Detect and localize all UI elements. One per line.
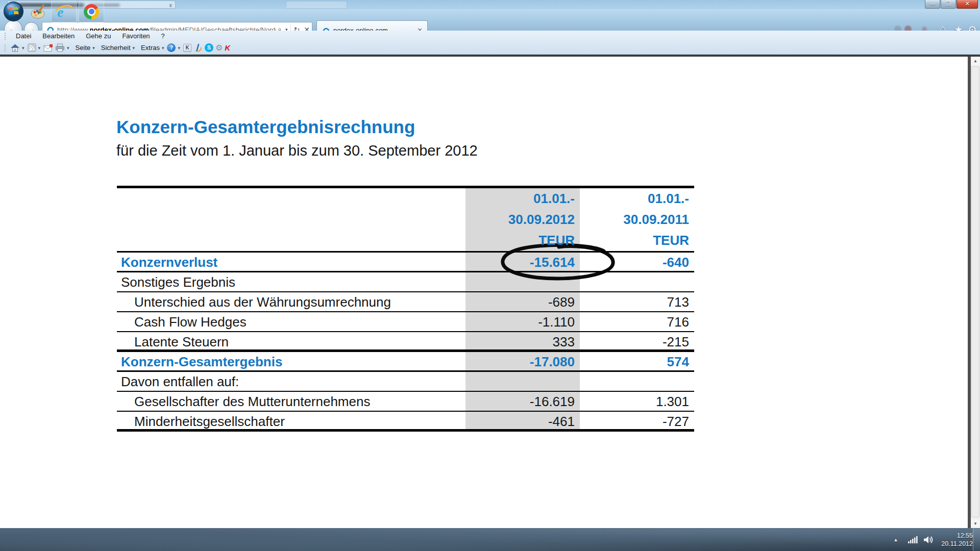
table-cell: 716 <box>580 312 694 331</box>
print-button[interactable]: ▾ <box>55 43 70 52</box>
window-maximize-button[interactable]: ❒ <box>941 0 956 9</box>
internet-explorer-taskbar-button[interactable]: e <box>51 1 77 22</box>
table-row: Konzernverlust-15.614-640 <box>117 253 694 272</box>
scrollbar-down-icon[interactable]: ▼ <box>971 519 980 528</box>
help-icon: ? <box>167 43 176 52</box>
menu-item-hilfe[interactable]: ? <box>156 32 170 40</box>
table-cell: Davon entfallen auf: <box>117 372 465 391</box>
chrome-taskbar-button[interactable] <box>79 1 104 22</box>
table-cell: -640 <box>580 253 694 271</box>
table-cell: Gesellschafter des Mutterunternehmens <box>117 392 465 411</box>
window-close-button[interactable]: ✕ <box>957 0 978 9</box>
table-cell: 574 <box>580 352 694 370</box>
scrollbar-up-icon[interactable]: ▲ <box>971 57 980 65</box>
table-row: Gesellschafter des Mutterunternehmens-16… <box>117 392 694 412</box>
table-cell: -17.080 <box>465 352 580 370</box>
browser-navigation-row: ← → http://www.nordex-online.com/fileadm… <box>0 9 980 31</box>
home-button[interactable]: ▾ <box>10 43 26 52</box>
table-cell <box>580 272 694 291</box>
show-desktop-button[interactable] <box>973 529 980 551</box>
table-row: Konzern-Gesamtergebnis-17.080574 <box>117 352 694 372</box>
paint-taskbar-button[interactable] <box>30 3 47 20</box>
addon-kaspersky-button[interactable]: K <box>225 44 230 52</box>
menu-bar: Datei Bearbeiten Gehe zu Favoriten ? <box>0 31 980 41</box>
print-dropdown-icon[interactable]: ▾ <box>65 45 70 51</box>
page-dropdown-icon: ▾ <box>90 45 96 51</box>
table-cell: Unterschied aus der Währungsumrechnung <box>117 292 465 311</box>
help-button[interactable]: ? ▾ <box>167 43 181 52</box>
read-mail-button[interactable] <box>43 44 53 52</box>
addon-key-button[interactable]: K <box>183 44 191 52</box>
feed-button[interactable]: ▾ <box>28 43 42 52</box>
clock-date: 20.11.2012 <box>941 540 973 548</box>
window-minimize-button[interactable]: — <box>925 0 940 9</box>
menu-item-bearbeiten[interactable]: Bearbeiten <box>37 32 80 40</box>
table-row: Latente Steuern333-215 <box>117 332 694 352</box>
table-cell: -727 <box>580 412 694 429</box>
ghost-tab-close-icon: x <box>169 1 173 9</box>
mail-icon <box>43 44 53 52</box>
background-ghost-tab <box>286 1 347 9</box>
menu-item-gehezu[interactable]: Gehe zu <box>80 32 116 40</box>
network-signal-icon[interactable] <box>908 536 918 544</box>
tray-expand-icon[interactable]: ▲ <box>889 537 902 542</box>
table-cell: Sonstiges Ergebnis <box>117 272 465 291</box>
table-row: Davon entfallen auf: <box>117 372 694 392</box>
keyboard-key-icon: K <box>183 44 191 52</box>
header-line: TEUR <box>580 230 689 251</box>
table-cell: Cash Flow Hedges <box>117 312 465 331</box>
header-line: 01.01.- <box>465 188 575 209</box>
home-icon <box>10 43 20 52</box>
tools-menu-button[interactable]: Extras ▾ <box>138 44 165 52</box>
column-header-2012: 01.01.-30.09.2012TEUR <box>465 188 580 251</box>
table-row: Cash Flow Hedges-1.110716 <box>117 312 694 332</box>
safety-dropdown-icon: ▾ <box>131 45 136 51</box>
table-cell: 333 <box>465 332 580 349</box>
table-cell: -16.619 <box>465 392 580 411</box>
menu-item-favoriten[interactable]: Favoriten <box>116 32 155 40</box>
home-dropdown-icon[interactable]: ▾ <box>20 45 26 51</box>
table-cell: -1.110 <box>465 312 580 331</box>
feed-dropdown-icon[interactable]: ▾ <box>36 45 42 51</box>
addon-pen-button[interactable] <box>193 43 203 53</box>
command-bar: ▾ ▾ ▾ Seite ▾ Sicherheit ▾ Extra <box>0 41 980 55</box>
table-cell: -15.614 <box>465 253 580 271</box>
page-title: Konzern-Gesamtergebnisrechnung <box>116 117 415 137</box>
addon-settings-button[interactable]: ⚙ <box>215 44 223 52</box>
toolbar-grip <box>5 33 6 40</box>
vertical-scrollbar[interactable]: ▲ ▼ <box>971 57 980 528</box>
rss-feed-icon <box>28 43 36 52</box>
table-cell: Konzern-Gesamtergebnis <box>117 352 465 370</box>
page-subtitle: für die Zeit vom 1. Januar bis zum 30. S… <box>116 142 478 159</box>
table-cell: -215 <box>580 332 694 349</box>
volume-speaker-icon[interactable] <box>923 535 934 544</box>
table-cell <box>465 272 580 291</box>
table-cell: Latente Steuern <box>117 332 465 349</box>
gear-icon: ⚙ <box>215 44 223 52</box>
page-menu-label: Seite <box>72 44 91 52</box>
chrome-icon <box>84 4 99 19</box>
start-button[interactable] <box>3 1 24 22</box>
table-cell: 1.301 <box>580 392 694 411</box>
clock[interactable]: 12:55 20.11.2012 <box>941 532 973 548</box>
help-dropdown-icon[interactable]: ▾ <box>176 45 181 51</box>
menu-item-datei[interactable]: Datei <box>10 32 37 40</box>
table-cell: -461 <box>465 412 580 429</box>
internet-explorer-icon: e <box>54 4 74 20</box>
header-line: 01.01.- <box>580 188 689 209</box>
table-cell: -689 <box>465 292 580 311</box>
header-line: TEUR <box>465 230 575 251</box>
financial-table: 01.01.-30.09.2012TEUR 01.01.-30.09.2011T… <box>117 186 694 432</box>
safety-menu-button[interactable]: Sicherheit ▾ <box>98 44 136 52</box>
addon-skype-button[interactable]: S <box>205 43 213 52</box>
scrollbar-thumb[interactable] <box>971 66 979 517</box>
table-cell <box>580 372 694 391</box>
printer-icon <box>55 43 65 52</box>
kaspersky-icon: K <box>225 44 230 52</box>
table-header: 01.01.-30.09.2012TEUR 01.01.-30.09.2011T… <box>117 186 694 253</box>
safety-menu-label: Sicherheit <box>98 44 131 52</box>
table-row: Unterschied aus der Währungsumrechnung-6… <box>117 292 694 312</box>
toolbar-grip <box>5 44 6 52</box>
page-menu-button[interactable]: Seite ▾ <box>72 44 96 52</box>
table-cell <box>465 372 580 391</box>
